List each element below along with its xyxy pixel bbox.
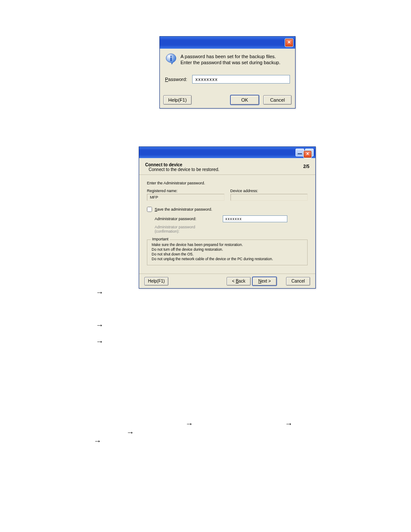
back-button[interactable]: < Back xyxy=(227,277,251,286)
svg-point-0 xyxy=(170,56,172,57)
cancel-button[interactable]: Cancel xyxy=(286,277,310,286)
wizard-subtitle: Connect to the device to be restored. xyxy=(149,167,219,172)
device-address-value xyxy=(230,194,308,201)
arrow-icon: → xyxy=(96,288,103,297)
admin-password-input[interactable] xyxy=(223,215,287,222)
arrow-icon: → xyxy=(96,337,103,346)
ok-button[interactable]: OK xyxy=(230,95,259,105)
help-button[interactable]: Help(F1) xyxy=(144,277,168,286)
registered-name-label: Registered name: xyxy=(147,189,224,193)
important-line-4: Do not unplug the network cable of the d… xyxy=(152,257,303,261)
close-icon: × xyxy=(287,39,291,45)
password-input[interactable] xyxy=(192,75,290,84)
info-icon xyxy=(165,53,177,65)
dialog-message: A password has been set for the backup f… xyxy=(181,53,280,65)
admin-password-label: Administrator password: xyxy=(155,217,219,221)
arrow-icon: → xyxy=(96,321,103,330)
next-button[interactable]: Next > xyxy=(252,277,277,286)
arrow-icon: → xyxy=(285,420,293,429)
arrow-icon: → xyxy=(93,437,101,446)
cancel-button[interactable]: Cancel xyxy=(263,95,292,105)
message-line-2: Enter the password that was set during b… xyxy=(181,59,280,65)
close-icon: × xyxy=(306,151,309,157)
password-label: Password: xyxy=(165,77,187,82)
important-line-3: Do not shut down the OS. xyxy=(152,252,303,257)
help-button[interactable]: Help(F1) xyxy=(163,95,192,105)
important-group: Important Make sure the device has been … xyxy=(147,240,308,265)
connect-device-wizard: × Connect to device Connect to the devic… xyxy=(139,146,316,289)
minimize-button[interactable] xyxy=(296,149,304,156)
instruction-text: Enter the Administrator password. xyxy=(147,181,308,185)
arrow-icon: → xyxy=(185,420,193,429)
registered-name-value: MFP xyxy=(147,194,224,201)
step-indicator: 2/5 xyxy=(303,164,309,169)
important-line-2: Do not turn off the device during restor… xyxy=(152,247,303,252)
titlebar[interactable]: × xyxy=(160,37,295,49)
admin-password-confirm-label: Administrator password (confirmation): xyxy=(155,225,219,233)
save-password-checkbox[interactable] xyxy=(147,207,152,212)
admin-password-confirm-input xyxy=(223,226,287,233)
important-line-1: Make sure the device has been prepared f… xyxy=(152,243,303,247)
svg-rect-1 xyxy=(170,58,172,62)
password-dialog: × xyxy=(159,36,296,109)
arrow-icon: → xyxy=(126,428,134,437)
important-legend: Important xyxy=(151,237,170,241)
wizard-title: Connect to device xyxy=(145,162,219,167)
titlebar[interactable]: × xyxy=(139,147,315,158)
device-address-label: Device address: xyxy=(230,189,308,193)
close-button[interactable]: × xyxy=(303,150,312,158)
message-line-1: A password has been set for the backup f… xyxy=(181,53,280,59)
save-password-label: Save the administrator password. xyxy=(155,207,212,212)
close-button[interactable]: × xyxy=(285,38,293,47)
